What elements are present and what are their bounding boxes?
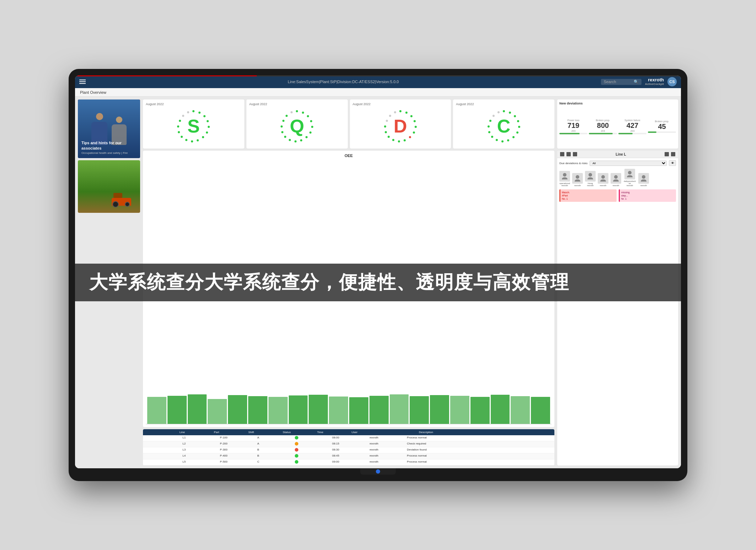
sqdc-card-q[interactable]: August 2022 — [246, 99, 348, 149]
svg-point-68 — [614, 175, 618, 179]
sqdc-s-dots — [176, 108, 211, 144]
sticky-note-pink[interactable]: missingstep...Nr. 1 — [619, 189, 676, 202]
table-row-0[interactable]: L1P-100A08:00rexrothProcess normal — [143, 435, 554, 441]
table-cell-4-7: Process normal — [407, 460, 515, 464]
sqdc-card-c[interactable]: August 2022 — [453, 99, 554, 149]
eye-icon[interactable]: 👁 — [669, 160, 676, 166]
oee-bar-9 — [329, 397, 348, 424]
sticky-note-red[interactable]: Masch.#PartNo. 1 — [559, 189, 617, 202]
table-header-row: Line Part Shift Status Time User Descrip… — [143, 429, 554, 435]
svg-point-40 — [398, 140, 400, 142]
table-cell-1-5: 08:15 — [332, 442, 368, 446]
sqdc-d-wrapper: D — [383, 108, 418, 144]
oee-bar-18 — [511, 396, 530, 424]
sqdc-d-month: August 2022 — [353, 102, 371, 106]
svg-point-39 — [404, 139, 406, 141]
team-member-3[interactable]: rexroth — [598, 173, 608, 187]
svg-point-47 — [394, 111, 396, 113]
monitor-shell: Line:SalesSystem|Plant:StP|Division:DC-A… — [69, 69, 687, 481]
oee-bar-13 — [410, 396, 429, 424]
table-card: Line Part Shift Status Time User Descrip… — [143, 429, 554, 465]
line-l-icon-3[interactable] — [573, 152, 577, 156]
nav-search-box[interactable]: 🔍 — [601, 79, 641, 85]
due-deviations-label: Due deviations & risks — [559, 162, 587, 165]
status-dot — [295, 436, 298, 440]
team-avatar-1 — [572, 173, 583, 184]
table-cell-1-8 — [516, 442, 552, 446]
svg-point-24 — [294, 140, 297, 142]
sqdc-s-circle: S — [146, 107, 241, 146]
team-member-0[interactable]: operationalrexroth — [559, 171, 570, 187]
svg-point-18 — [307, 115, 309, 117]
stat-num-3: 45 — [658, 123, 666, 131]
sqdc-s-wrapper: S — [176, 108, 211, 144]
overlay-text: 大学系统查分大学系统查分，便捷性、透明度与高效管理 — [89, 270, 569, 295]
oee-bar-16 — [470, 397, 490, 424]
deviation-stat-0: Power loss 719 203 — [559, 107, 587, 146]
sqdc-card-d[interactable]: August 2022 — [350, 99, 451, 149]
user-avatar[interactable]: CS — [667, 77, 677, 86]
table-row-2[interactable]: L3P-300B08:30rexrothDeviation found — [143, 447, 554, 453]
oee-bar-2 — [188, 394, 207, 424]
svg-point-63 — [497, 111, 500, 113]
left-card-text: Tips and hints for our associates Occupa… — [81, 140, 137, 155]
farm-image — [78, 160, 140, 213]
line-l-icon-2[interactable] — [566, 152, 571, 156]
team-member-2[interactable]: Hongrexroth — [585, 171, 596, 187]
svg-point-53 — [516, 131, 518, 134]
th-6: User — [352, 431, 418, 434]
svg-point-58 — [491, 136, 493, 138]
deviation-stat-2: System failure 427 203 — [618, 107, 646, 146]
oee-bar-10 — [349, 397, 368, 424]
deviation-stats: Power loss 719 203 Broken prop. 800 203 … — [559, 107, 676, 146]
svg-point-28 — [281, 125, 283, 128]
svg-point-44 — [384, 125, 386, 128]
line-l-icon-5[interactable] — [671, 152, 675, 156]
line-l-icon-1[interactable] — [560, 152, 564, 156]
svg-point-59 — [488, 131, 490, 133]
svg-point-45 — [386, 120, 388, 122]
stat-num-2: 427 — [627, 122, 638, 130]
avatar-icon-4 — [612, 174, 619, 182]
svg-point-62 — [493, 115, 495, 117]
table-row-1[interactable]: L2P-200A08:15rexrothCheck required — [143, 441, 554, 447]
team-name-5: dailyproductionrexroth — [623, 180, 636, 187]
th-8 — [519, 431, 552, 434]
table-cell-2-4 — [295, 448, 331, 452]
stat-label-3: Broken prop. — [655, 120, 669, 123]
sqdc-card-s[interactable]: August 2022 — [143, 99, 244, 149]
sqdc-q-circle: Q — [249, 107, 345, 146]
team-name-1: rexroth — [574, 184, 581, 187]
monitor-base — [360, 468, 396, 475]
table-row-4[interactable]: L5P-500C09:00rexrothProcess normal — [143, 459, 554, 465]
search-input[interactable] — [604, 80, 632, 84]
due-deviations-select[interactable]: All — [590, 161, 667, 166]
svg-point-65 — [576, 175, 579, 179]
avatar-icon-5 — [626, 170, 633, 178]
svg-point-20 — [311, 126, 313, 128]
svg-point-35 — [414, 120, 416, 122]
table-cell-0-1: L1 — [182, 436, 218, 440]
oee-bar-8 — [309, 395, 328, 424]
deviation-stat-3: Broken prop. 45 — [648, 107, 676, 146]
team-member-5[interactable]: dailyproductionrexroth — [623, 169, 636, 187]
line-l-card: Line L Due deviations & risks — [557, 151, 678, 465]
svg-point-10 — [181, 136, 183, 138]
svg-point-30 — [286, 115, 288, 117]
table-cell-1-3: A — [257, 442, 293, 446]
table-row-3[interactable]: L4P-400B08:45rexrothProcess normal — [143, 453, 554, 459]
svg-point-69 — [628, 171, 632, 174]
hamburger-menu-icon[interactable] — [79, 80, 86, 84]
sqdc-d-circle: D — [353, 107, 448, 146]
svg-point-33 — [405, 112, 408, 114]
team-member-6[interactable]: rexroth — [638, 173, 649, 187]
team-member-4[interactable]: rexroth — [611, 173, 621, 187]
deviation-stat-1: Broken prop. 800 203 — [589, 107, 617, 146]
team-member-1[interactable]: rexroth — [572, 173, 583, 187]
line-l-icon-4[interactable] — [665, 152, 669, 156]
stat-progress-1 — [589, 133, 617, 134]
svg-point-60 — [488, 125, 490, 128]
oee-bar-15 — [450, 396, 469, 424]
oee-bar-11 — [369, 396, 389, 424]
th-7: Description — [419, 431, 518, 434]
